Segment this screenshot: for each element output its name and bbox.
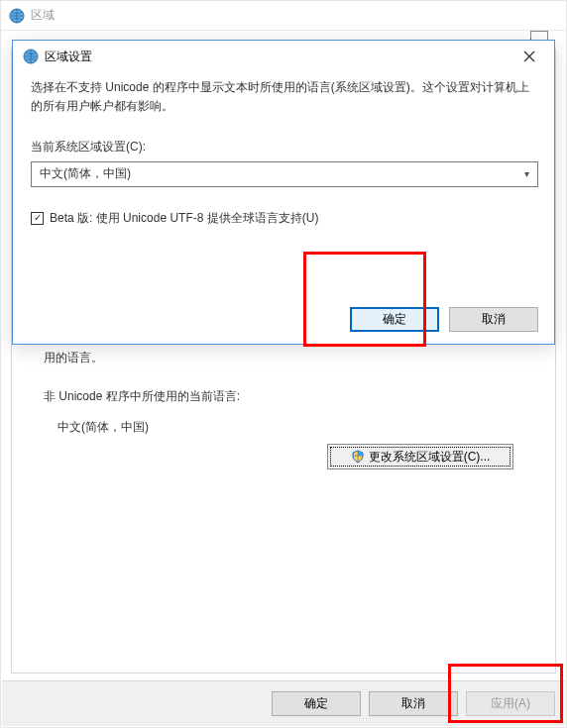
parent-apply-label: 应用(A) <box>491 695 530 712</box>
parent-ok-label: 确定 <box>304 695 328 712</box>
parent-title: 区域 <box>31 7 55 24</box>
utf8-checkbox-label: Beta 版: 使用 Unicode UTF-8 提供全球语言支持(U) <box>50 209 318 228</box>
parent-footer: 确定 取消 应用(A) <box>2 680 565 726</box>
current-locale-label: 当前系统区域设置(C): <box>31 138 536 156</box>
truncated-text: 用的语言。 <box>44 347 420 369</box>
region-settings-dialog: 区域设置 选择在不支持 Unicode 的程序中显示文本时所使用的语言(系统区域… <box>12 40 555 345</box>
checkbox-icon: ✓ <box>31 212 44 225</box>
modal-titlebar: 区域设置 <box>13 41 554 72</box>
modal-cancel-button[interactable]: 取消 <box>449 307 538 332</box>
globe-icon <box>23 49 39 64</box>
globe-icon <box>9 8 25 24</box>
close-icon <box>523 51 535 62</box>
current-lang-label: 非 Unicode 程序中所使用的当前语言: <box>44 385 420 408</box>
chevron-down-icon: ▾ <box>524 166 529 182</box>
utf8-checkbox-row[interactable]: ✓ Beta 版: 使用 Unicode UTF-8 提供全球语言支持(U) <box>31 209 536 228</box>
parent-ok-button[interactable]: 确定 <box>272 691 361 716</box>
change-locale-button[interactable]: 更改系统区域设置(C)... <box>327 444 513 469</box>
locale-select-value: 中文(简体，中国) <box>40 164 131 183</box>
modal-description: 选择在不支持 Unicode 的程序中显示文本时所使用的语言(系统区域设置)。这… <box>31 78 536 116</box>
close-button[interactable] <box>512 45 546 68</box>
parent-cancel-button[interactable]: 取消 <box>369 691 458 716</box>
current-lang-value: 中文(简体，中国) <box>57 416 420 439</box>
locale-select[interactable]: 中文(简体，中国) ▾ <box>31 161 538 187</box>
modal-ok-label: 确定 <box>383 311 406 328</box>
modal-cancel-label: 取消 <box>482 311 506 328</box>
change-locale-label: 更改系统区域设置(C)... <box>369 449 491 466</box>
modal-title: 区域设置 <box>45 49 92 65</box>
parent-cancel-label: 取消 <box>401 695 425 712</box>
modal-ok-button[interactable]: 确定 <box>350 307 439 332</box>
parent-titlebar: 区域 <box>1 1 566 31</box>
parent-apply-button: 应用(A) <box>466 691 555 716</box>
shield-icon <box>351 450 365 464</box>
